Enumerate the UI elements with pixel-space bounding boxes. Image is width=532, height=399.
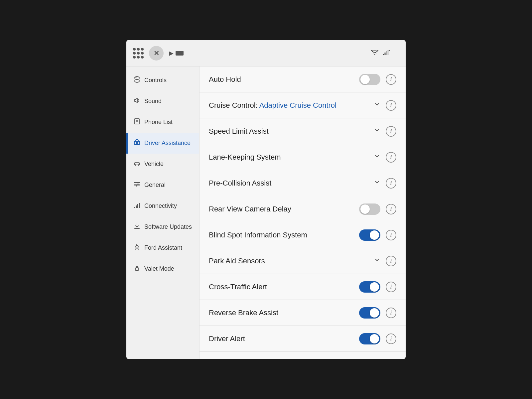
grid-menu-icon[interactable]: [133, 48, 144, 59]
svg-rect-2: [386, 51, 387, 55]
info-button-park-aid-sensors[interactable]: i: [386, 256, 396, 266]
sidebar-item-label: Driver Assistance: [144, 140, 191, 147]
setting-controls: i: [359, 203, 396, 215]
general-icon: [133, 181, 141, 190]
setting-label-speed-limit-assist: Speed Limit Assist: [209, 127, 374, 136]
connectivity-icon: [133, 201, 141, 210]
top-bar-left: ✕ ▶: [133, 46, 371, 61]
controls-icon: [133, 76, 141, 85]
sidebar-item-driver-assistance[interactable]: Driver Assistance: [126, 133, 199, 154]
setting-controls: i: [359, 229, 396, 241]
setting-controls: i: [359, 281, 396, 293]
sidebar-item-label: Valet Mode: [144, 265, 174, 272]
sound-icon: [133, 97, 141, 106]
chevron-speed-limit-assist[interactable]: [374, 127, 380, 135]
setting-label-text: Cruise Control:: [209, 101, 259, 109]
info-button-cross-traffic-alert[interactable]: i: [386, 282, 396, 292]
setting-label-rear-view-camera-delay: Rear View Camera Delay: [209, 205, 359, 213]
chevron-lane-keeping-system[interactable]: [374, 153, 380, 161]
svg-point-8: [136, 142, 138, 144]
setting-label-cruise-control: Cruise Control: Adaptive Cruise Control: [209, 101, 374, 110]
chevron-pre-collision-assist[interactable]: [374, 179, 380, 187]
sidebar-item-software-updates[interactable]: Software Updates: [126, 216, 199, 237]
svg-point-16: [136, 185, 137, 187]
svg-point-22: [136, 245, 138, 248]
sidebar: ControlsSoundPhone ListDriver Assistance…: [126, 66, 200, 359]
sidebar-item-label: General: [144, 182, 166, 189]
svg-rect-1: [385, 53, 386, 55]
info-button-cruise-control[interactable]: i: [386, 100, 396, 111]
setting-row-speed-limit-assist: Speed Limit Assisti: [200, 118, 406, 144]
sidebar-item-phone-list[interactable]: Phone List: [126, 112, 199, 133]
setting-row-rear-view-camera-delay: Rear View Camera Delayi: [200, 196, 406, 222]
sidebar-item-sound[interactable]: Sound: [126, 91, 199, 112]
driver-assistance-icon: [133, 139, 141, 148]
software-updates-icon: [133, 222, 141, 231]
setting-controls: i: [359, 74, 396, 85]
main-content: ControlsSoundPhone ListDriver Assistance…: [126, 66, 406, 359]
toggle-knob: [360, 204, 370, 214]
info-button-lane-keeping-system[interactable]: i: [386, 152, 396, 163]
info-button-rear-view-camera-delay[interactable]: i: [386, 204, 396, 214]
svg-rect-19: [137, 204, 138, 208]
media-icon[interactable]: ▶: [169, 50, 184, 57]
sidebar-item-general[interactable]: General: [126, 175, 199, 196]
toggle-rear-view-camera-delay[interactable]: [359, 203, 380, 215]
setting-controls: i: [374, 100, 396, 111]
toggle-cross-traffic-alert[interactable]: [359, 281, 380, 293]
sidebar-item-label: Software Updates: [144, 223, 192, 230]
svg-rect-7: [134, 141, 140, 145]
setting-row-cruise-control: Cruise Control: Adaptive Cruise Controli: [200, 92, 406, 118]
top-bar: ✕ ▶: [126, 40, 406, 66]
setting-label-extra: Adaptive Cruise Control: [259, 101, 336, 109]
sidebar-item-label: Vehicle: [144, 161, 164, 168]
sidebar-item-ford-assistant[interactable]: Ford Assistant: [126, 237, 199, 258]
valet-mode-icon: [133, 264, 141, 273]
setting-label-reverse-brake-assist: Reverse Brake Assist: [209, 309, 359, 317]
toggle-reverse-brake-assist[interactable]: [359, 307, 380, 319]
chevron-cruise-control[interactable]: [374, 101, 380, 109]
sidebar-item-controls[interactable]: Controls: [126, 70, 199, 91]
svg-rect-20: [139, 203, 140, 208]
setting-controls: i: [359, 307, 396, 319]
toggle-driver-alert[interactable]: [359, 333, 380, 344]
svg-rect-18: [136, 205, 137, 208]
setting-label-cross-traffic-alert: Cross-Traffic Alert: [209, 283, 359, 291]
info-button-auto-hold[interactable]: i: [386, 74, 396, 85]
svg-rect-3: [388, 50, 389, 55]
chevron-park-aid-sensors[interactable]: [374, 257, 380, 265]
setting-row-auto-hold: Auto Holdi: [200, 66, 406, 92]
setting-label-driver-alert: Driver Alert: [209, 334, 359, 343]
close-button[interactable]: ✕: [149, 46, 164, 61]
setting-controls: i: [374, 126, 396, 137]
info-button-pre-collision-assist[interactable]: i: [386, 178, 396, 189]
sidebar-item-vehicle[interactable]: Vehicle: [126, 154, 199, 175]
sidebar-item-connectivity[interactable]: Connectivity: [126, 196, 199, 216]
toggle-blind-spot-information-system[interactable]: [359, 229, 380, 241]
info-button-reverse-brake-assist[interactable]: i: [386, 308, 396, 318]
setting-row-park-aid-sensors: Park Aid Sensorsi: [200, 248, 406, 274]
top-bar-right: [371, 50, 399, 57]
info-button-speed-limit-assist[interactable]: i: [386, 126, 396, 137]
toggle-knob: [360, 75, 370, 84]
info-button-driver-alert[interactable]: i: [386, 333, 396, 344]
content-area: Auto HoldiCruise Control: Adaptive Cruis…: [200, 66, 406, 359]
sidebar-item-label: Ford Assistant: [144, 244, 182, 251]
toggle-knob: [370, 282, 379, 292]
toggle-knob: [370, 230, 379, 240]
sidebar-item-label: Controls: [144, 77, 167, 84]
setting-row-cross-traffic-alert: Cross-Traffic Alerti: [200, 274, 406, 300]
toggle-knob: [370, 308, 379, 318]
svg-rect-0: [383, 54, 384, 55]
info-button-blind-spot-information-system[interactable]: i: [386, 230, 396, 240]
svg-point-24: [137, 269, 137, 270]
toggle-auto-hold[interactable]: [359, 74, 380, 85]
phone-list-icon: [133, 118, 141, 127]
svg-point-14: [135, 182, 137, 183]
setting-label-park-aid-sensors: Park Aid Sensors: [209, 257, 374, 265]
setting-row-reverse-brake-assist: Reverse Brake Assisti: [200, 300, 406, 326]
wifi-icon: [371, 50, 378, 57]
ford-assistant-icon: [133, 243, 141, 252]
sidebar-item-label: Phone List: [144, 119, 173, 126]
sidebar-item-valet-mode[interactable]: Valet Mode: [126, 258, 199, 279]
